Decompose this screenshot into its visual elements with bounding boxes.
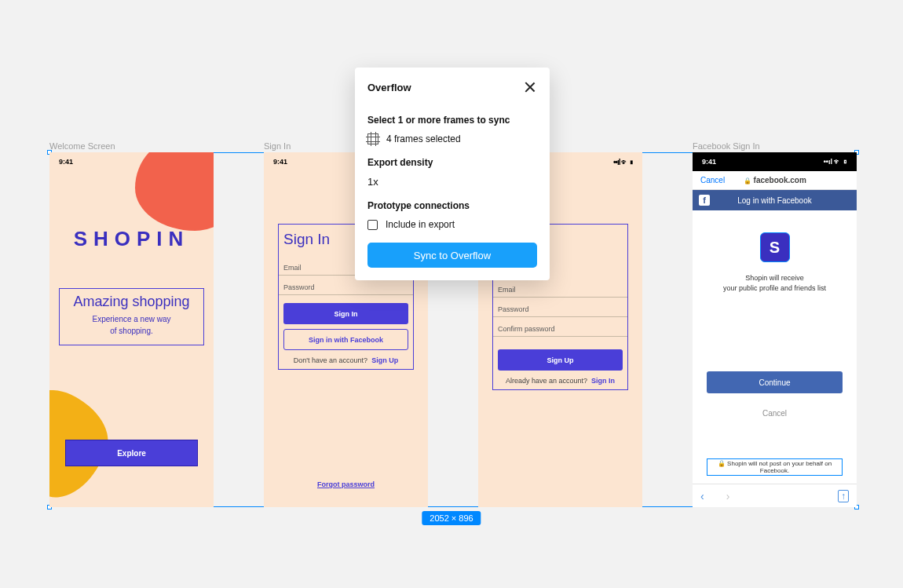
frames-selected-row: 4 frames selected bbox=[367, 133, 537, 144]
confirm-password-field[interactable]: Confirm password bbox=[493, 317, 627, 337]
headline: Amazing shopping bbox=[63, 294, 200, 310]
status-icons: ••ıl ᯤ ▮ bbox=[613, 158, 633, 166]
cancel-button[interactable]: Cancel bbox=[693, 409, 857, 418]
browser-nav: Cancel facebook.com bbox=[693, 171, 857, 190]
panel-title: Overflow bbox=[367, 82, 411, 93]
facebook-signin-button[interactable]: Sign in with Facebook bbox=[283, 329, 408, 350]
explore-button[interactable]: Explore bbox=[65, 440, 198, 466]
include-export-label: Include in export bbox=[386, 219, 455, 230]
frame-welcome[interactable]: 9:41 ••ıl ᯤ ▮ SHOPIN Amazing shopping Ex… bbox=[49, 152, 214, 507]
continue-button[interactable]: Continue bbox=[707, 371, 843, 393]
app-logo: S bbox=[760, 232, 790, 262]
frame-label[interactable]: Welcome Screen bbox=[49, 141, 115, 151]
frame-label[interactable]: Sign In bbox=[264, 141, 291, 151]
signup-prompt: Don't have an account? Sign Up bbox=[279, 350, 413, 369]
browser-url: facebook.com bbox=[744, 176, 806, 184]
blob-decoration bbox=[135, 152, 214, 231]
facebook-icon: f bbox=[699, 195, 710, 206]
sync-button[interactable]: Sync to Overflow bbox=[367, 243, 537, 268]
nav-back-icon[interactable]: ‹ bbox=[700, 490, 704, 502]
signin-button[interactable]: Sign In bbox=[283, 303, 408, 324]
signin-prompt: Already have an account? Sign In bbox=[493, 371, 627, 389]
disclaimer-text: 🔒 Shopin will not post on your behalf on… bbox=[707, 458, 843, 476]
select-frames-heading: Select 1 or more frames to sync bbox=[367, 115, 537, 126]
export-density-heading: Export density bbox=[367, 157, 537, 168]
subline: Experience a new way of shopping. bbox=[63, 313, 200, 337]
prototype-connections-heading: Prototype connections bbox=[367, 200, 537, 211]
forgot-password-link[interactable]: Forgot password bbox=[264, 480, 428, 488]
signup-button[interactable]: Sign Up bbox=[498, 349, 623, 371]
email-field[interactable]: Email bbox=[493, 278, 627, 298]
frame-icon bbox=[367, 133, 378, 144]
browser-toolbar: ‹ › ↑ bbox=[693, 484, 857, 507]
app-logo-text: SHOPIN bbox=[49, 227, 214, 251]
frames-selected-count: 4 frames selected bbox=[386, 133, 461, 144]
signin-link[interactable]: Sign In bbox=[591, 377, 615, 385]
status-time: 9:41 bbox=[702, 158, 716, 166]
status-bar: 9:41 ••ıl ᯤ ▯ bbox=[693, 152, 857, 171]
welcome-card: Amazing shopping Experience a new way of… bbox=[59, 288, 204, 345]
selection-dimensions: 2052 × 896 bbox=[422, 511, 481, 525]
frame-facebook[interactable]: 9:41 ••ıl ᯤ ▯ Cancel facebook.com f Log … bbox=[693, 152, 857, 507]
signup-link[interactable]: Sign Up bbox=[371, 356, 398, 364]
status-icons: ••ıl ᯤ ▯ bbox=[824, 158, 847, 166]
export-density-value[interactable]: 1x bbox=[367, 176, 537, 188]
frame-label[interactable]: Facebook Sign In bbox=[693, 141, 760, 151]
status-time: 9:41 bbox=[273, 158, 287, 166]
overflow-panel: Overflow Select 1 or more frames to sync… bbox=[355, 68, 550, 280]
permission-message: Shopin will receive your public profile … bbox=[693, 273, 857, 293]
close-icon[interactable] bbox=[523, 80, 537, 94]
status-time: 9:41 bbox=[59, 158, 73, 166]
facebook-header: f Log in with Facebook bbox=[693, 190, 857, 210]
share-icon[interactable]: ↑ bbox=[838, 490, 849, 502]
cancel-link[interactable]: Cancel bbox=[700, 176, 725, 184]
include-export-checkbox[interactable] bbox=[367, 220, 378, 230]
nav-forward-icon[interactable]: › bbox=[726, 490, 730, 502]
password-field[interactable]: Password bbox=[493, 298, 627, 317]
